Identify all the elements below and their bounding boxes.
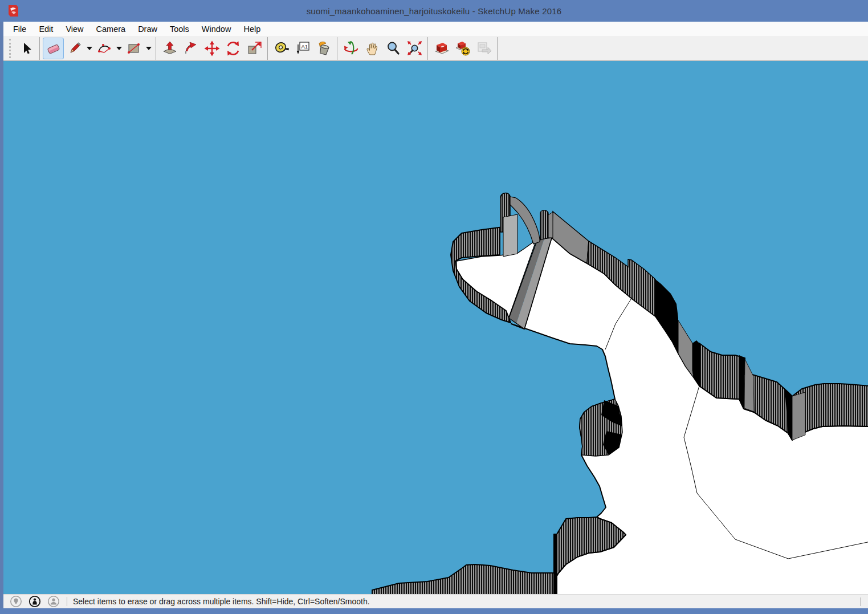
menu-view[interactable]: View <box>59 23 89 35</box>
scale-icon <box>246 40 263 57</box>
menu-tools[interactable]: Tools <box>164 23 195 35</box>
text-tool-button[interactable]: A1 <box>292 38 313 59</box>
toolbar-separator <box>337 37 337 60</box>
menu-camera[interactable]: Camera <box>90 23 132 35</box>
status-bar: Select items to erase or drag across mul… <box>3 594 868 608</box>
get-models-3d-warehouse-icon <box>433 40 450 57</box>
eraser-tool-button[interactable] <box>43 38 64 59</box>
menu-edit[interactable]: Edit <box>32 23 59 35</box>
menu-bar: File Edit View Camera Draw Tools Window … <box>3 22 868 37</box>
chevron-down-icon <box>87 47 92 50</box>
menu-draw[interactable]: Draw <box>132 23 164 35</box>
toolbar-separator <box>497 37 498 60</box>
toolbar-separator <box>156 37 156 60</box>
follow-me-icon <box>182 40 199 57</box>
pan-hand-icon <box>364 40 381 57</box>
window-title: suomi_maankohoaminen_harjoituskokeilu - … <box>307 6 562 16</box>
rectangle-tool-button[interactable] <box>123 38 144 59</box>
toolbar-separator <box>267 37 268 60</box>
sign-in-avatar-icon[interactable] <box>47 595 60 608</box>
chevron-down-icon <box>116 47 122 50</box>
arc-tool-dropdown[interactable] <box>115 38 123 59</box>
arc-icon <box>96 40 112 56</box>
toolbar-separator <box>39 37 40 60</box>
rectangle-icon <box>126 40 142 56</box>
follow-me-tool-button[interactable] <box>180 38 201 59</box>
rectangle-tool-dropdown[interactable] <box>144 38 153 59</box>
rotate-tool-button[interactable] <box>222 38 243 59</box>
headland-gray-sliver <box>548 212 553 238</box>
line-tool-button[interactable] <box>64 38 85 59</box>
tape-measure-tool-button[interactable] <box>271 38 292 59</box>
push-pull-icon <box>161 40 178 57</box>
share-model-button[interactable] <box>452 38 473 59</box>
share-model-icon <box>454 40 471 57</box>
scale-tool-button[interactable] <box>243 38 264 59</box>
select-cursor-icon <box>19 41 34 56</box>
window-border-bottom <box>0 608 868 614</box>
orbit-icon <box>343 40 360 57</box>
zoom-icon <box>385 40 402 57</box>
pencil-icon <box>67 40 83 56</box>
arc-tool-button[interactable] <box>93 38 115 59</box>
select-tool-button[interactable] <box>15 38 36 59</box>
chevron-down-icon <box>146 47 152 50</box>
text-icon: A1 <box>294 40 311 57</box>
rotate-icon <box>225 40 242 57</box>
menu-help[interactable]: Help <box>237 23 267 35</box>
paint-bucket-icon <box>315 40 332 57</box>
menu-window[interactable]: Window <box>195 23 238 35</box>
coast-band-gray-face-v <box>792 392 805 440</box>
model-viewport-canvas[interactable] <box>3 61 868 594</box>
headland-striped-column-2 <box>540 210 548 240</box>
zoom-extents-tool-button[interactable] <box>404 38 425 59</box>
title-bar: suomi_maankohoaminen_harjoituskokeilu - … <box>0 0 868 22</box>
measurements-separator <box>861 597 861 606</box>
headland-light-gray-face <box>503 214 517 257</box>
sketchup-app-icon <box>7 5 19 17</box>
window-border-left <box>0 22 3 608</box>
credits-icon[interactable] <box>28 595 41 608</box>
menu-file[interactable]: File <box>7 23 32 35</box>
orbit-tool-button[interactable] <box>340 38 361 59</box>
status-separator <box>67 597 67 606</box>
zoom-extents-icon <box>406 40 423 57</box>
svg-text:A1: A1 <box>301 43 308 50</box>
status-message: Select items to erase or drag across mul… <box>73 597 370 606</box>
toolbar-grip[interactable] <box>9 39 11 58</box>
pan-tool-button[interactable] <box>361 38 382 59</box>
geolocation-icon[interactable] <box>10 595 22 608</box>
get-models-button[interactable] <box>431 38 452 59</box>
tape-measure-icon <box>273 40 290 57</box>
terrain-scene <box>3 61 868 594</box>
zoom-tool-button[interactable] <box>382 38 404 59</box>
eraser-icon <box>46 40 62 56</box>
send-to-layout-button[interactable] <box>473 38 494 59</box>
paint-bucket-tool-button[interactable] <box>313 38 334 59</box>
line-tool-dropdown[interactable] <box>85 38 93 59</box>
move-icon <box>203 40 221 57</box>
send-to-layout-icon <box>475 40 492 57</box>
toolbar: A1 <box>3 37 868 60</box>
move-tool-button[interactable] <box>201 38 222 59</box>
push-pull-tool-button[interactable] <box>159 38 180 59</box>
toolbar-separator <box>427 37 428 60</box>
